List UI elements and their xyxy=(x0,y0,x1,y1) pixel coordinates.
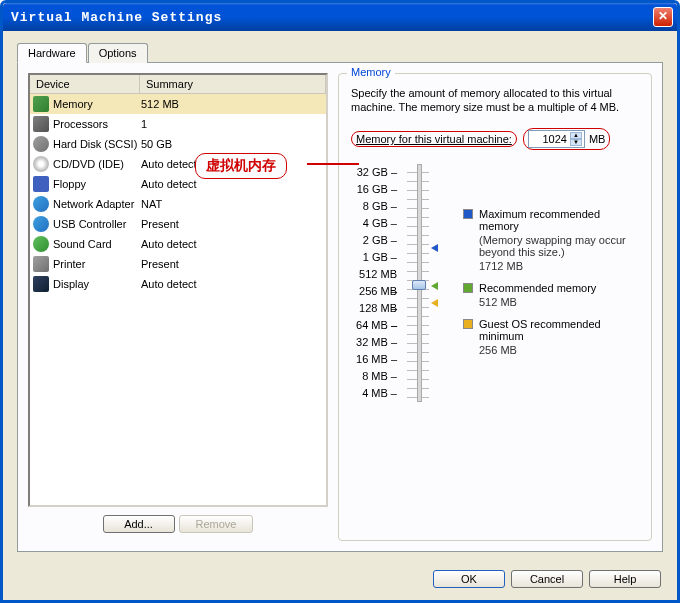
memory-unit: MB xyxy=(589,133,606,145)
legend-guest-label: Guest OS recommended minimum xyxy=(479,318,639,342)
spin-down-icon[interactable]: ▼ xyxy=(570,139,582,146)
tick-label: 1 GB – xyxy=(351,249,397,266)
device-icon xyxy=(33,136,49,152)
tick-label: 4 MB – xyxy=(351,385,397,402)
tick-label: 32 GB – xyxy=(351,164,397,181)
device-icon xyxy=(33,216,49,232)
tick-label: 256 MB – xyxy=(351,283,397,300)
device-row[interactable]: Network AdapterNAT xyxy=(30,194,326,214)
device-summary: Present xyxy=(141,218,323,230)
tick-label: 8 GB – xyxy=(351,198,397,215)
close-button[interactable]: ✕ xyxy=(653,7,673,27)
device-row[interactable]: Processors1 xyxy=(30,114,326,134)
tick-label: 16 GB – xyxy=(351,181,397,198)
cancel-button[interactable]: Cancel xyxy=(511,570,583,588)
device-summary: Auto detect xyxy=(141,238,323,250)
memory-field-label: Memory for this virtual machine: xyxy=(356,133,512,145)
device-row[interactable]: USB ControllerPresent xyxy=(30,214,326,234)
device-summary: 1 xyxy=(141,118,323,130)
header-device[interactable]: Device xyxy=(30,75,140,93)
device-name: Printer xyxy=(53,258,85,270)
device-icon xyxy=(33,276,49,292)
device-icon xyxy=(33,156,49,172)
tab-options[interactable]: Options xyxy=(88,43,148,63)
device-name: Network Adapter xyxy=(53,198,134,210)
spin-up-icon[interactable]: ▲ xyxy=(570,132,582,139)
titlebar: Virtual Machine Settings ✕ xyxy=(3,3,677,31)
remove-button: Remove xyxy=(179,515,254,533)
tick-label: 64 MB – xyxy=(351,317,397,334)
device-icon xyxy=(33,116,49,132)
legend-square-blue-icon xyxy=(463,209,473,219)
device-icon xyxy=(33,256,49,272)
tick-label: 32 MB – xyxy=(351,334,397,351)
marker-guest-min-icon xyxy=(431,299,438,307)
tick-label: 2 GB – xyxy=(351,232,397,249)
legend-square-green-icon xyxy=(463,283,473,293)
add-button[interactable]: Add... xyxy=(103,515,175,533)
legend-rec-value: 512 MB xyxy=(479,296,596,308)
annotation-callout: 虚拟机内存 xyxy=(195,153,287,179)
device-name: Display xyxy=(53,278,89,290)
device-icon xyxy=(33,236,49,252)
device-summary: Auto detect xyxy=(141,278,323,290)
memory-slider[interactable] xyxy=(407,164,429,402)
device-name: USB Controller xyxy=(53,218,126,230)
annotation-text: 虚拟机内存 xyxy=(195,153,287,179)
device-row[interactable]: Hard Disk (SCSI)50 GB xyxy=(30,134,326,154)
device-icon xyxy=(33,96,49,112)
device-name: Sound Card xyxy=(53,238,112,250)
tick-label: 512 MB – xyxy=(351,266,397,283)
device-name: CD/DVD (IDE) xyxy=(53,158,124,170)
marker-recommended-icon xyxy=(431,282,438,290)
device-icon xyxy=(33,176,49,192)
window-title: Virtual Machine Settings xyxy=(11,10,653,25)
device-name: Processors xyxy=(53,118,108,130)
memory-spinner[interactable]: ▲ ▼ xyxy=(528,130,585,148)
device-row[interactable]: PrinterPresent xyxy=(30,254,326,274)
legend-max-hint: (Memory swapping may occur beyond this s… xyxy=(479,234,639,258)
device-summary: NAT xyxy=(141,198,323,210)
tick-label: 4 GB – xyxy=(351,215,397,232)
marker-max-icon xyxy=(431,244,438,252)
device-name: Memory xyxy=(53,98,93,110)
slider-ticks: 32 GB –16 GB –8 GB –4 GB –2 GB –1 GB –51… xyxy=(351,164,397,402)
header-summary[interactable]: Summary xyxy=(140,75,326,93)
memory-description: Specify the amount of memory allocated t… xyxy=(351,86,639,114)
legend-square-yellow-icon xyxy=(463,319,473,329)
device-row[interactable]: Sound CardAuto detect xyxy=(30,234,326,254)
device-summary: 512 MB xyxy=(141,98,323,110)
tick-label: 8 MB – xyxy=(351,368,397,385)
legend-max-value: 1712 MB xyxy=(479,260,639,272)
tab-hardware[interactable]: Hardware xyxy=(17,43,87,63)
tick-label: 16 MB – xyxy=(351,351,397,368)
ok-button[interactable]: OK xyxy=(433,570,505,588)
tick-label: 128 MB – xyxy=(351,300,397,317)
legend-guest-value: 256 MB xyxy=(479,344,639,356)
list-header: Device Summary xyxy=(30,75,326,94)
slider-thumb[interactable] xyxy=(412,280,426,290)
legend-rec-label: Recommended memory xyxy=(479,282,596,294)
device-row[interactable]: DisplayAuto detect xyxy=(30,274,326,294)
device-summary: Present xyxy=(141,258,323,270)
device-name: Floppy xyxy=(53,178,86,190)
device-summary: 50 GB xyxy=(141,138,323,150)
memory-group-label: Memory xyxy=(347,66,395,78)
memory-input[interactable] xyxy=(531,133,567,145)
legend-max-label: Maximum recommended memory xyxy=(479,208,639,232)
device-list: Device Summary Memory512 MBProcessors1Ha… xyxy=(28,73,328,507)
help-button[interactable]: Help xyxy=(589,570,661,588)
device-name: Hard Disk (SCSI) xyxy=(53,138,137,150)
device-summary: Auto detect xyxy=(141,178,323,190)
device-icon xyxy=(33,196,49,212)
device-row[interactable]: Memory512 MB xyxy=(30,94,326,114)
